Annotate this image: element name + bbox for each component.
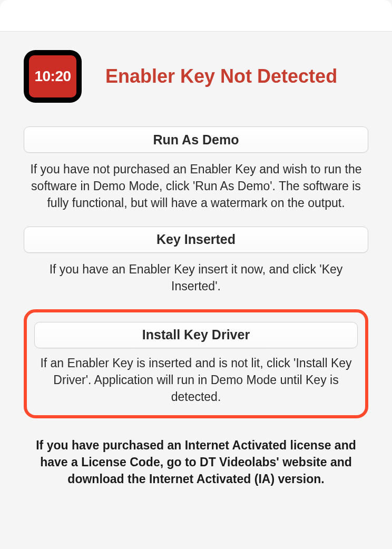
run-as-demo-button[interactable]: Run As Demo (24, 126, 368, 153)
run-as-demo-section: Run As Demo If you have not purchased an… (24, 126, 368, 212)
key-inserted-section: Key Inserted If you have an Enabler Key … (24, 227, 368, 295)
dialog-content: 10:20 Enabler Key Not Detected Run As De… (0, 32, 392, 506)
app-icon-time-display: 10:20 (34, 68, 71, 85)
install-driver-description: If an Enabler Key is inserted and is not… (34, 355, 358, 406)
titlebar (0, 0, 392, 32)
app-icon-inner: 10:20 (29, 55, 76, 97)
app-icon: 10:20 (24, 50, 82, 103)
install-key-driver-button[interactable]: Install Key Driver (34, 322, 358, 348)
key-inserted-button[interactable]: Key Inserted (24, 227, 368, 253)
dialog-title: Enabler Key Not Detected (105, 65, 337, 87)
install-driver-section-highlighted: Install Key Driver If an Enabler Key is … (24, 309, 368, 418)
run-as-demo-description: If you have not purchased an Enabler Key… (24, 161, 368, 212)
dialog-window: 10:20 Enabler Key Not Detected Run As De… (0, 0, 392, 549)
dialog-header: 10:20 Enabler Key Not Detected (24, 50, 368, 103)
key-inserted-description: If you have an Enabler Key insert it now… (24, 261, 368, 295)
footer-text: If you have purchased an Internet Activa… (24, 437, 368, 488)
